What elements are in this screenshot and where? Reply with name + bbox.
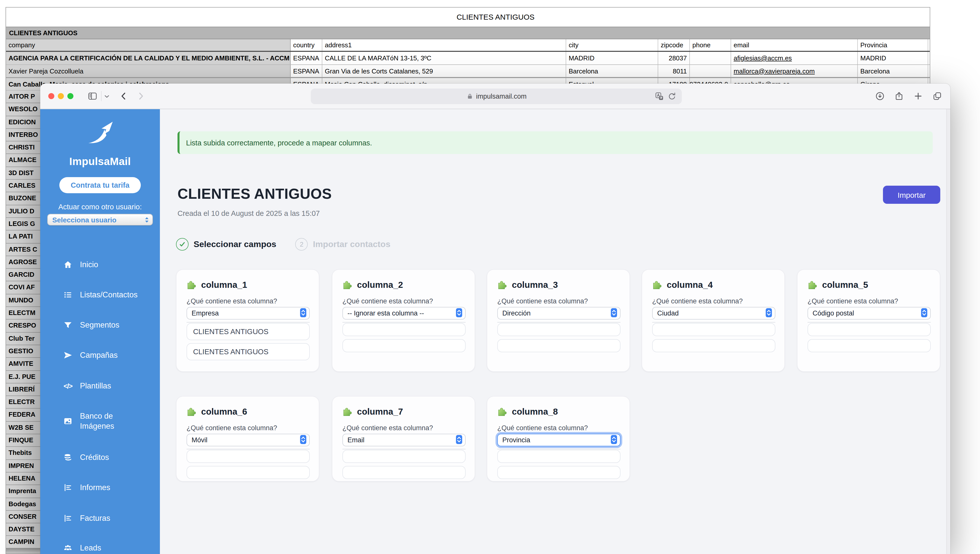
column-header-Provincia: Provincia	[858, 39, 928, 51]
sample-value-box	[497, 323, 620, 336]
sidebar-item-label: Segmentos	[80, 320, 119, 330]
select-stepper-icon	[921, 308, 928, 319]
impersonate-label: Actuar como otro usuario:	[40, 203, 160, 211]
browser-toolbar: impulsamail.com	[40, 83, 950, 109]
address-bar[interactable]: impulsamail.com	[311, 89, 682, 104]
sidebar-item-segmentos[interactable]: Segmentos	[64, 319, 119, 331]
puzzle-icon	[497, 279, 508, 291]
puzzle-icon	[652, 279, 663, 291]
cell-Provincia: MADRID	[858, 52, 928, 64]
sidebar-item-label: Banco de Imágenes	[80, 411, 114, 431]
select-value: Código postal	[813, 310, 921, 317]
sample-value-box	[342, 323, 466, 336]
home-icon	[64, 260, 72, 269]
select-stepper-icon	[300, 434, 307, 445]
cell-zipcode: 8011	[658, 65, 690, 77]
impulsamail-logo-icon	[86, 120, 115, 144]
column-header-company: company	[6, 39, 291, 51]
cell-phone	[690, 52, 731, 64]
mapping-card-columna_6: columna_6¿Qué contiene esta columna?Móvi…	[176, 396, 319, 482]
card-question-label: ¿Qué contiene esta columna?	[342, 297, 433, 305]
success-alert: Lista subida correctamente, procede a ma…	[178, 131, 933, 154]
puzzle-icon	[186, 406, 197, 418]
sample-value-box	[808, 339, 931, 352]
contrata-tarifa-button[interactable]: Contrata tu tarifa	[59, 177, 141, 193]
divider	[808, 322, 931, 323]
card-question-label: ¿Qué contiene esta columna?	[497, 297, 588, 305]
puzzle-icon	[808, 279, 818, 291]
bar-chart-icon	[64, 483, 72, 492]
card-question-label: ¿Qué contiene esta columna?	[186, 424, 277, 432]
step1-label: Seleccionar campos	[194, 239, 276, 249]
sidebar-item-label: Facturas	[80, 513, 110, 523]
sample-value-box: CLIENTES ANTIGUOS	[186, 323, 310, 340]
mapping-card-columna_5: columna_5¿Qué contiene esta columna?Códi…	[797, 269, 940, 372]
divider	[497, 322, 620, 323]
column-type-select[interactable]: Dirección	[497, 307, 620, 319]
divider	[652, 322, 775, 323]
column-type-select[interactable]: Ciudad	[652, 307, 775, 319]
funnel-icon	[64, 321, 72, 330]
sidebar-item-label: Leads	[80, 543, 101, 553]
import-button[interactable]: Importar	[883, 186, 940, 204]
card-column-name: columna_4	[667, 280, 713, 291]
user-select[interactable]: Selecciona usuario	[48, 214, 152, 225]
sidebar-toggle-icon[interactable]	[88, 91, 97, 101]
puzzle-icon	[342, 279, 353, 291]
sample-value-box	[497, 450, 620, 463]
sidebar-item-cr-ditos[interactable]: Créditos	[64, 451, 109, 463]
select-stepper-icon	[765, 308, 772, 319]
select-value: Empresa	[192, 310, 300, 317]
card-column-name: columna_7	[357, 407, 403, 417]
column-type-select[interactable]: Provincia	[497, 434, 620, 446]
back-icon[interactable]	[119, 91, 129, 101]
translate-icon[interactable]	[655, 92, 664, 101]
chevron-down-icon[interactable]	[103, 93, 110, 100]
sidebar-item-inicio[interactable]: Inicio	[64, 259, 98, 271]
sidebar-item-plantillas[interactable]: </>Plantillas	[64, 380, 111, 392]
divider	[186, 322, 310, 323]
sidebar-item-facturas[interactable]: Facturas	[64, 512, 110, 524]
select-value: -- Ignorar esta columna --	[347, 310, 455, 317]
card-column-name: columna_2	[357, 280, 403, 291]
close-window-button[interactable]	[48, 93, 54, 99]
column-type-select[interactable]: Código postal	[808, 307, 931, 319]
sample-value-box	[186, 450, 310, 463]
spreadsheet-doc-title: CLIENTES ANTIGUOS	[6, 8, 930, 27]
new-tab-icon[interactable]	[913, 91, 923, 101]
column-type-select[interactable]: Móvil	[186, 434, 310, 446]
select-stepper-icon	[455, 434, 463, 445]
tab-overview-icon[interactable]	[932, 91, 942, 101]
people-icon	[64, 543, 72, 552]
cell-country: ESPANA	[291, 52, 322, 64]
column-header-email: email	[731, 39, 858, 51]
sidebar-item-campa-as[interactable]: Campañas	[64, 349, 118, 361]
select-stepper-icon	[455, 308, 463, 319]
sample-value-box	[497, 339, 620, 352]
card-question-label: ¿Qué contiene esta columna?	[186, 297, 277, 305]
sidebar-item-banco-de-im-genes[interactable]: Banco de Imágenes	[64, 410, 114, 432]
sidebar-item-label: Inicio	[80, 260, 98, 270]
share-icon[interactable]	[894, 91, 904, 101]
sidebar-item-leads[interactable]: Leads	[64, 542, 101, 554]
scrollbar-gutter[interactable]	[946, 109, 950, 554]
downloads-icon[interactable]	[875, 91, 885, 101]
sidebar-item-listas-contactos[interactable]: Listas/Contactos	[64, 289, 137, 301]
zoom-window-button[interactable]	[67, 93, 73, 99]
select-stepper-icon	[300, 308, 307, 319]
select-value: Email	[347, 436, 455, 444]
sidebar-item-informes[interactable]: Informes	[64, 482, 110, 493]
sample-value-box: CLIENTES ANTIGUOS	[186, 343, 310, 360]
mapping-card-columna_2: columna_2¿Qué contiene esta columna?-- I…	[332, 269, 475, 372]
cell-company: Xavier Pareja Cozcolluela	[6, 65, 291, 77]
minimize-window-button[interactable]	[58, 93, 64, 99]
reload-icon[interactable]	[667, 92, 677, 101]
step2-number: 2	[296, 238, 308, 251]
forward-icon[interactable]	[136, 91, 146, 101]
puzzle-icon	[342, 406, 353, 418]
column-type-select[interactable]: Email	[342, 434, 466, 446]
column-type-select[interactable]: -- Ignorar esta columna --	[342, 307, 466, 319]
browser-window: impulsamail.com	[40, 83, 950, 554]
column-type-select[interactable]: Empresa	[186, 307, 310, 319]
page-title: CLIENTES ANTIGUOS	[178, 186, 332, 202]
